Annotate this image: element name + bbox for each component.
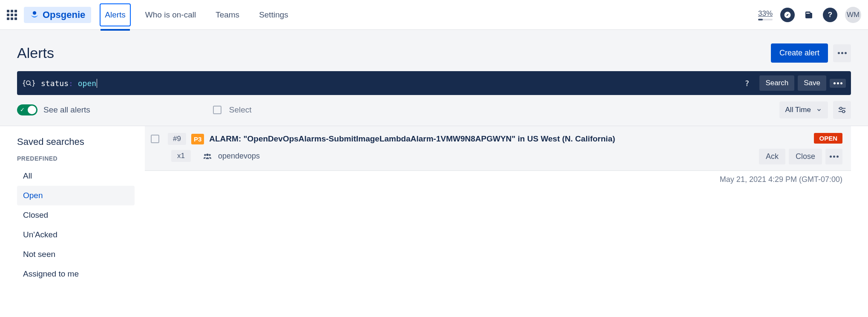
alert-row[interactable]: #9 P3 ALARM: "OpenDevOpsAlarms-SubmitIma… [145, 126, 851, 171]
time-range-dropdown[interactable]: All Time [779, 101, 828, 118]
ack-button[interactable]: Ack [759, 149, 785, 164]
alert-more-button[interactable] [825, 149, 842, 164]
select-label: Select [229, 105, 252, 115]
apps-grid-icon [7, 10, 17, 20]
svg-point-0 [33, 11, 36, 14]
filter-settings-button[interactable] [833, 101, 851, 119]
close-alert-button[interactable]: Close [789, 149, 822, 164]
sidebar-item-assigned-to-me[interactable]: Assigned to me [17, 264, 135, 284]
more-icon [838, 52, 847, 54]
sliders-icon [837, 105, 847, 115]
nav-tab-alerts[interactable]: Alerts [100, 3, 131, 26]
select-all-control[interactable]: Select [213, 105, 252, 115]
svg-text:}: } [32, 79, 35, 87]
alert-timestamp: May 21, 2021 4:29 PM (GMT-07:00) [145, 171, 851, 184]
svg-point-11 [842, 110, 845, 113]
alert-priority-badge: P3 [191, 134, 204, 144]
sidebar-item-un-acked[interactable]: Un'Acked [17, 225, 135, 245]
create-alert-button[interactable]: Create alert [771, 43, 828, 63]
opsgenie-logo-icon [30, 10, 39, 20]
question-icon: ? [828, 11, 832, 19]
usage-percent-label: 33% [758, 9, 773, 18]
page-more-button[interactable] [833, 44, 851, 62]
sidebar-item-not-seen[interactable]: Not seen [17, 245, 135, 264]
alert-status-badge: OPEN [814, 133, 842, 144]
svg-line-6 [29, 84, 31, 86]
query-more-button[interactable] [830, 79, 846, 88]
alert-team-name[interactable]: opendevops [218, 152, 260, 161]
alert-count-badge: x1 [171, 150, 191, 162]
nav-tab-teams[interactable]: Teams [210, 3, 244, 26]
sidebar-item-open[interactable]: Open [17, 186, 135, 205]
explore-button[interactable] [780, 8, 795, 22]
news-icon [804, 10, 814, 20]
team-icon [203, 151, 212, 161]
alert-title[interactable]: ALARM: "OpenDevOpsAlarms-SubmitImageLamb… [209, 134, 615, 144]
alert-checkbox[interactable] [151, 135, 159, 143]
sidebar-item-closed[interactable]: Closed [17, 205, 135, 225]
query-value: open [78, 79, 96, 88]
nav-tab-settings[interactable]: Settings [254, 3, 293, 26]
compass-icon [784, 11, 791, 19]
more-icon [830, 156, 839, 158]
usage-percent-bar [758, 19, 773, 20]
save-search-button[interactable]: Save [798, 75, 826, 91]
time-range-label: All Time [785, 106, 811, 114]
whats-new-button[interactable] [802, 9, 815, 21]
svg-rect-2 [810, 13, 812, 18]
app-switcher-button[interactable] [4, 7, 20, 23]
search-button[interactable]: Search [759, 75, 794, 91]
svg-point-9 [840, 107, 842, 110]
query-help-button[interactable]: ? [745, 79, 750, 88]
saved-searches-subheader: PREDEFINED [17, 155, 145, 162]
nav-tab-who-is-on-call[interactable]: Who is on-call [140, 3, 201, 26]
alert-id-badge: #9 [168, 133, 186, 145]
user-avatar[interactable]: WM [845, 7, 861, 23]
query-bar[interactable]: {} status: open ? Search Save [17, 71, 851, 95]
svg-rect-3 [806, 13, 810, 14]
help-button[interactable]: ? [823, 8, 837, 22]
check-icon: ✓ [20, 107, 25, 113]
see-all-alerts-toggle[interactable]: ✓ [17, 104, 37, 115]
saved-searches-header: Saved searches [17, 136, 145, 147]
sidebar-item-all[interactable]: All [17, 166, 135, 186]
usage-percent[interactable]: 33% [758, 9, 773, 20]
svg-text:{: { [22, 79, 26, 87]
query-braces-icon: {} [22, 78, 35, 88]
see-all-alerts-label[interactable]: See all alerts [43, 105, 90, 115]
query-input[interactable]: status: open [41, 79, 738, 88]
brand-home-link[interactable]: Opsgenie [24, 7, 91, 23]
select-all-checkbox[interactable] [213, 106, 221, 114]
more-icon [834, 82, 842, 84]
chevron-down-icon [816, 107, 822, 113]
avatar-initials: WM [847, 11, 859, 19]
query-key: status [41, 79, 69, 88]
brand-name: Opsgenie [43, 9, 85, 20]
page-title: Alerts [17, 45, 54, 61]
